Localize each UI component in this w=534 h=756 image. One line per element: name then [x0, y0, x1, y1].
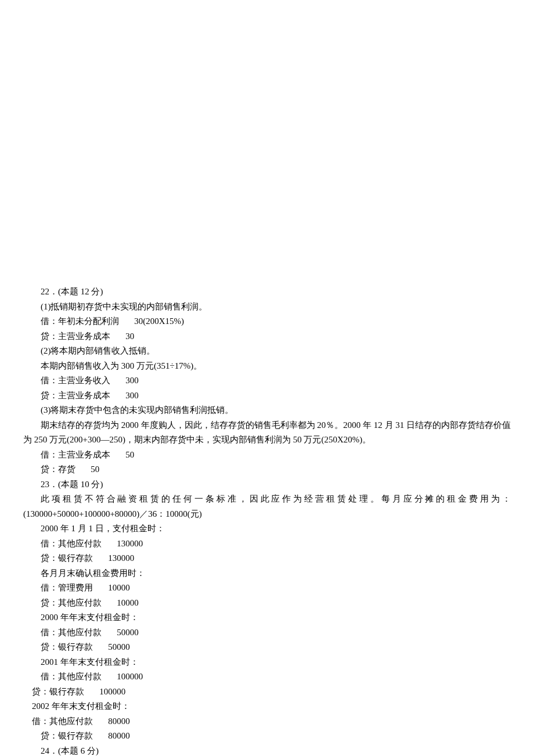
text-line: 2002 年年末支付租金时：: [23, 699, 511, 714]
text-line: 22．(本题 12 分): [23, 285, 511, 300]
text-line: 借：其他应付款 100000: [23, 669, 511, 685]
text-line: 借：主营业务成本 50: [23, 448, 511, 463]
text-line: 此项租赁不符合融资租赁的任何一条标准，因此应作为经营租赁处理。每月应分摊的租金费…: [23, 492, 511, 507]
text-line: 2000 年年末支付租金时：: [23, 610, 511, 625]
text-line: 2000 年 1 月 1 日，支付租金时：: [23, 521, 511, 537]
text-line: 借：其他应付款 130000: [23, 537, 511, 552]
text-line: 贷：主营业务成本 300: [23, 388, 511, 404]
document-page: 22．(本题 12 分)(1)抵销期初存货中未实现的内部销售利润。借：年初未分配…: [0, 0, 534, 756]
text-line: (1)抵销期初存货中未实现的内部销售利润。: [23, 300, 511, 315]
text-line: (2)将本期内部销售收入抵销。: [23, 344, 511, 359]
text-line: 借：其他应付款 80000: [23, 714, 511, 729]
text-line: (3)将期末存货中包含的未实现内部销售利润抵销。: [23, 403, 511, 418]
text-line: 2001 年年末支付租金时：: [23, 655, 511, 670]
text-line: 贷：银行存款 130000: [23, 551, 511, 566]
text-line: 各月月末确认租金费用时：: [23, 566, 511, 581]
text-line: 本期内部销售收入为 300 万元(351÷17%)。: [23, 359, 511, 374]
text-line: (130000+50000+100000+80000)／36：10000(元): [23, 507, 511, 522]
text-line: 24．(本题 6 分): [23, 744, 511, 757]
text-line: 贷：存货 50: [23, 462, 511, 477]
text-line: 贷：其他应付款 10000: [23, 596, 511, 611]
text-line: 23．(本题 10 分): [23, 477, 511, 492]
text-line: 借：管理费用 10000: [23, 581, 511, 596]
text-line: 借：主营业务收入 300: [23, 373, 511, 388]
text-line: 贷：银行存款 50000: [23, 640, 511, 655]
text-line: 贷：主营业务成本 30: [23, 329, 511, 344]
text-line: 借：年初未分配利润 30(200X15%): [23, 314, 511, 329]
text-line: 贷：银行存款 100000: [23, 685, 511, 700]
text-line: 贷：银行存款 80000: [23, 729, 511, 744]
text-line: 借：其他应付款 50000: [23, 625, 511, 640]
text-line: 期末结存的存货均为 2000 年度购人，因此，结存存货的销售毛利率都为 20％。…: [23, 418, 511, 448]
